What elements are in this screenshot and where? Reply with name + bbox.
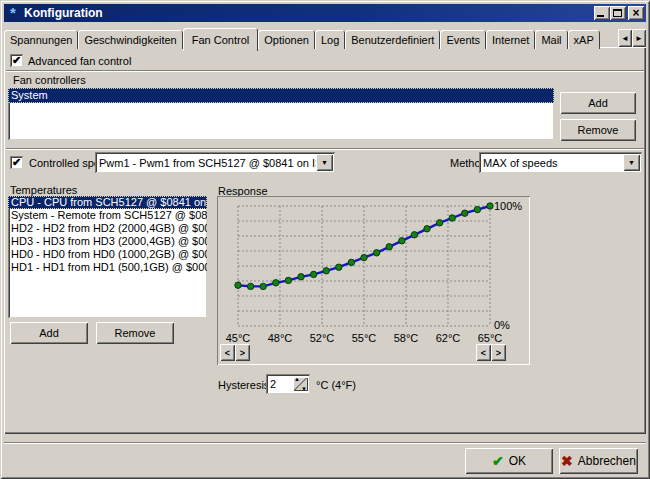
x-min-increase-button[interactable]: > [235, 344, 250, 361]
app-icon: * [6, 6, 20, 20]
tab-log[interactable]: Log [315, 30, 345, 49]
fan-controller-remove-button[interactable]: Remove [560, 119, 636, 141]
svg-text:0%: 0% [494, 319, 510, 331]
footer-separator [4, 442, 646, 444]
list-item[interactable]: HD1 - HD1 from HD1 (500,1GB) @ $000 [8, 261, 207, 274]
x-max-decrease-button[interactable]: < [476, 344, 491, 361]
temperature-remove-button[interactable]: Remove [96, 322, 174, 344]
check-icon: ✔ [492, 454, 504, 468]
titlebar[interactable]: * Konfiguration × [4, 4, 646, 22]
tab-spannungen[interactable]: Spannungen [4, 30, 78, 49]
tab-geschwindigkeiten[interactable]: Geschwindigkeiten [78, 30, 182, 49]
maximize-button[interactable] [610, 6, 626, 20]
response-chart-panel: 100%0%45°C48°C52°C55°C58°C62°C65°C < > <… [217, 196, 530, 365]
advanced-fan-control-label: Advanced fan control [28, 55, 131, 67]
arrow-left-icon: ◄ [621, 34, 629, 43]
check-icon: ✔ [12, 157, 21, 168]
tab-benutzerdefiniert[interactable]: Benutzerdefiniert [345, 30, 440, 49]
temperatures-list[interactable]: CPU - CPU from SCH5127 @ $0841 on System… [8, 196, 207, 318]
hysteresis-label: Hysteresis [218, 379, 269, 391]
check-icon: ✔ [12, 55, 21, 66]
temperatures-label: Temperatures [10, 184, 77, 196]
temperature-add-button[interactable]: Add [10, 322, 88, 344]
tab-scroll-right-button[interactable]: ► [632, 29, 646, 47]
method-value: MAX of speeds [479, 157, 623, 169]
x-max-increase-button[interactable]: > [491, 344, 506, 361]
arrow-up-icon: ▲ [294, 376, 300, 382]
minimize-button[interactable] [594, 6, 610, 20]
tab-xap[interactable]: xAP [568, 30, 600, 49]
advanced-fan-control-checkbox[interactable]: ✔ [10, 54, 23, 67]
tab-events[interactable]: Events [440, 30, 486, 49]
fan-controllers-label: Fan controllers [13, 74, 86, 86]
x-min-decrease-button[interactable]: < [220, 344, 235, 361]
divider [6, 148, 644, 150]
svg-text:58°C: 58°C [394, 332, 419, 344]
controlled-speed-value: Pwm1 - Pwm1 from SCH5127 @ $0841 on ISA [95, 157, 316, 169]
config-window: * Konfiguration × SpannungenGeschwindigk… [0, 0, 650, 479]
minimize-icon [597, 15, 604, 17]
close-button[interactable]: × [628, 6, 644, 20]
svg-text:65°C: 65°C [478, 332, 503, 344]
cancel-button[interactable]: ✖ Abbrechen [559, 448, 638, 474]
svg-text:62°C: 62°C [436, 332, 461, 344]
chevron-down-icon[interactable]: ▼ [623, 154, 640, 171]
svg-text:55°C: 55°C [352, 332, 377, 344]
x-icon: ✖ [561, 454, 573, 468]
hysteresis-spinedit[interactable]: 2 ▲ ▼ [266, 374, 310, 394]
list-item[interactable]: HD3 - HD3 from HD3 (2000,4GB) @ $00 [8, 235, 207, 248]
tab-optionen[interactable]: Optionen [258, 30, 315, 49]
svg-text:48°C: 48°C [268, 332, 293, 344]
arrow-right-icon: ► [635, 34, 643, 43]
svg-text:100%: 100% [494, 200, 522, 212]
close-icon: × [628, 6, 644, 20]
controlled-speed-select[interactable]: Pwm1 - Pwm1 from SCH5127 @ $0841 on ISA … [95, 152, 335, 173]
svg-text:52°C: 52°C [310, 332, 335, 344]
hysteresis-unit-label: °C (4°F) [316, 379, 356, 391]
list-item[interactable]: System [8, 88, 554, 103]
tab-scroll-left-button[interactable]: ◄ [618, 29, 632, 47]
arrow-down-icon: ▼ [301, 386, 307, 392]
list-item[interactable]: HD0 - HD0 from HD0 (1000,2GB) @ $00 [8, 248, 207, 261]
tab-list: SpannungenGeschwindigkeitenFan ControlOp… [4, 26, 600, 49]
svg-text:45°C: 45°C [226, 332, 251, 344]
fan-controllers-list[interactable]: System [8, 88, 554, 140]
method-select[interactable]: MAX of speeds ▼ [479, 152, 642, 173]
tab-bar: SpannungenGeschwindigkeitenFan ControlOp… [4, 26, 646, 49]
list-item[interactable]: CPU - CPU from SCH5127 @ $0841 on [8, 196, 207, 209]
fan-control-page: ✔ Advanced fan control Fan controllers S… [4, 47, 646, 434]
hysteresis-value: 2 [266, 378, 293, 390]
hysteresis-updown[interactable]: ▲ ▼ [293, 377, 308, 391]
tab-internet[interactable]: Internet [486, 30, 535, 49]
list-item[interactable]: System - Remote from SCH5127 @ $084 [8, 209, 207, 222]
list-item[interactable]: HD2 - HD2 from HD2 (2000,4GB) @ $00 [8, 222, 207, 235]
maximize-icon [613, 9, 622, 17]
divider [6, 70, 644, 72]
ok-button[interactable]: ✔ OK [465, 448, 553, 474]
response-chart-svg[interactable]: 100%0%45°C48°C52°C55°C58°C62°C65°C [218, 197, 529, 364]
chevron-down-icon[interactable]: ▼ [316, 154, 333, 171]
tab-fan-control[interactable]: Fan Control [183, 28, 258, 51]
tab-scroller: ◄ ► [618, 29, 646, 47]
window-title: Konfiguration [24, 6, 594, 20]
controlled-speed-checkbox[interactable]: ✔ [10, 156, 23, 169]
tab-mail[interactable]: Mail [535, 30, 567, 49]
fan-controller-add-button[interactable]: Add [560, 92, 636, 114]
